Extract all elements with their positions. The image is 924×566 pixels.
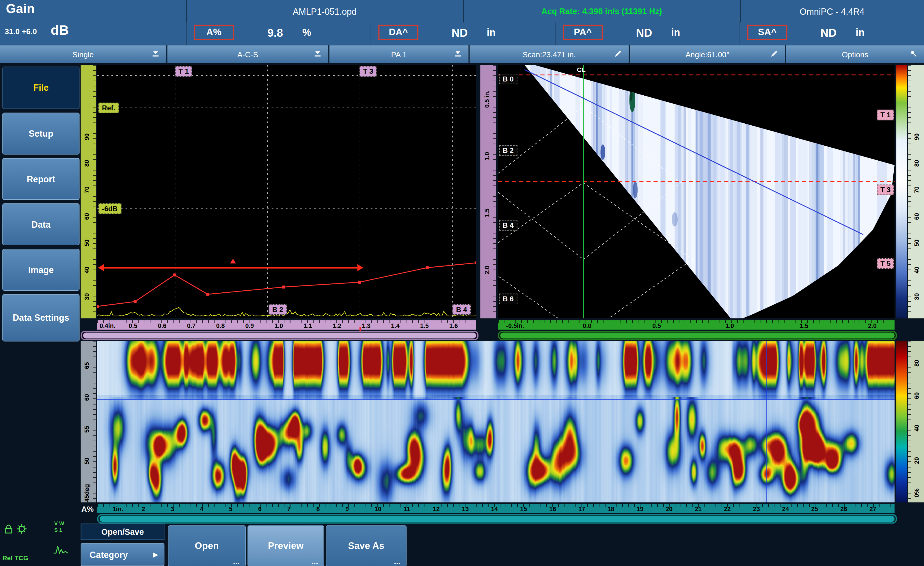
ruler-label: 0.8	[216, 322, 225, 329]
toolbar-item-single[interactable]: Single	[0, 45, 166, 63]
ascan-amplitude-ruler: 9080706050403020100%	[81, 65, 96, 318]
sidebar-item-data[interactable]: Data	[2, 203, 80, 245]
toolbar-item-a-c-s[interactable]: A-C-S	[168, 45, 328, 63]
cscan-view[interactable]	[97, 341, 894, 503]
reading-code-box[interactable]: SA^	[747, 25, 788, 40]
ruler-label: 40	[913, 266, 920, 273]
ruler-label: 0.4in.	[100, 322, 116, 329]
ascan-plot-svg	[97, 65, 476, 318]
ruler-label: 2.0	[868, 322, 877, 329]
sscan-depth-ruler: 0.5 in.1.01.52.0	[480, 65, 496, 318]
ruler-label: 60	[913, 392, 920, 399]
ruler-label: 0%	[913, 489, 920, 498]
ruler-label: 0.6	[158, 322, 166, 329]
reading-cell-PA: PA^NDin	[555, 23, 740, 45]
dropdown-icon	[314, 50, 321, 59]
status-vw-label: V W	[54, 521, 64, 527]
sscan-thickness-tag-t5: T 5	[877, 258, 894, 269]
header-bar: Gain 31.0 +6.0 dB AMLP1-051.opd Acq Rate…	[0, 0, 924, 45]
ruler-label: 1.3	[362, 322, 370, 329]
reading-value: ND	[618, 27, 671, 39]
ruler-label: 90	[83, 134, 90, 140]
ascan-view[interactable]	[97, 65, 476, 318]
ruler-label: 70	[913, 187, 920, 194]
omniscan-app: Gain 31.0 +6.0 dB AMLP1-051.opd Acq Rate…	[0, 0, 924, 566]
ruler-label: 40	[83, 266, 90, 273]
ruler-label: 0.5	[652, 322, 661, 329]
toolbar-item-options[interactable]: Options	[786, 45, 924, 63]
app-title: OmniPC - 4.4R4	[740, 0, 924, 23]
ruler-label: 15	[520, 505, 527, 512]
cscan-scrollbar[interactable]	[97, 514, 897, 524]
gain-block[interactable]: Gain 31.0 +6.0 dB	[0, 0, 187, 45]
ruler-label: 60	[913, 213, 920, 220]
ruler-label: 12	[433, 505, 440, 512]
ruler-label: 10	[375, 505, 381, 512]
ruler-label: 16	[549, 505, 556, 512]
ruler-label: 4	[200, 505, 203, 512]
menu-button-dots: ...	[233, 557, 240, 566]
ruler-label: 50	[83, 458, 90, 465]
sscan-plot-svg	[498, 65, 894, 318]
sidebar-item-data-settings[interactable]: Data Settings	[2, 294, 80, 341]
ruler-label: 40	[913, 425, 920, 432]
gain-unit: dB	[51, 23, 69, 38]
toolbar-item-label: PA 1	[391, 50, 407, 59]
reading-cell-SA: SA^NDin	[740, 23, 924, 45]
category-label: Category	[90, 549, 128, 560]
cscan-corner-label: A%	[81, 505, 94, 514]
reading-code-box[interactable]: DA^	[378, 25, 418, 40]
sscan-gate-tag-b0: B 0	[499, 74, 518, 84]
ruler-label: 9	[345, 505, 349, 512]
sidebar-item-image[interactable]: Image	[2, 249, 80, 291]
ruler-label: 7	[287, 505, 291, 512]
reading-code-box[interactable]: PA^	[563, 25, 603, 40]
ruler-label: 45deg	[83, 484, 90, 502]
gear-icon	[16, 524, 27, 534]
ruler-label: 19	[636, 505, 644, 512]
toolbar-item-scan-23-471-in-[interactable]: Scan:23.471 in.	[470, 45, 629, 63]
acq-rate-text: Acq Rate: 4.398 in/s (11391 Hz)	[542, 6, 662, 16]
ruler-label: 0.0	[583, 322, 591, 329]
ruler-label: 27	[869, 505, 876, 512]
ruler-label: 1.6	[449, 322, 458, 329]
ruler-label: 11	[404, 505, 410, 512]
category-arrow-icon: ▶	[153, 551, 158, 558]
pencil-icon	[771, 50, 778, 59]
ascan-ref-tag: Ref.	[99, 102, 119, 113]
sidebar-item-report[interactable]: Report	[2, 158, 80, 200]
preview-button[interactable]: Preview...	[248, 525, 324, 566]
toolbar-item-label: A-C-S	[237, 50, 258, 59]
open-button[interactable]: Open...	[168, 525, 246, 566]
ruler-label: 1.0	[483, 152, 490, 160]
ruler-label: 1.5	[420, 322, 429, 329]
dropdown-icon	[454, 50, 461, 59]
menu-button-label: Open	[195, 540, 219, 551]
sscan-gate-tag-b6: B 6	[499, 294, 518, 304]
sscan-cl-label: CL	[577, 66, 586, 73]
save-as-button[interactable]: Save As...	[326, 525, 407, 566]
reading-code-box[interactable]: A%	[194, 25, 234, 40]
sscan-thickness-tag-t1: T 1	[877, 110, 894, 120]
sscan-view[interactable]	[498, 65, 894, 318]
category-button[interactable]: Category ▶	[81, 543, 165, 566]
sidebar-item-file[interactable]: File	[2, 67, 80, 109]
toolbar-item-angle-61-00-[interactable]: Angle:61.00°	[630, 45, 785, 63]
toolbar-item-pa-1[interactable]: PA 1	[330, 45, 469, 63]
reading-unit: in	[671, 27, 680, 39]
sidebar-item-setup[interactable]: Setup	[2, 113, 80, 155]
status-icons: V W S 1 Ref TCG	[2, 521, 79, 566]
file-name: AMLP1-051.opd	[186, 0, 463, 23]
reading-cell-DA: DA^NDin	[371, 23, 556, 45]
ruler-label: 20	[666, 505, 672, 512]
waveform-icon	[53, 544, 68, 555]
ascan-b4-tag: B 4	[453, 304, 471, 315]
ruler-label: 1in.	[112, 505, 123, 512]
reading-unit: in	[856, 27, 864, 39]
ascan-scrollbar[interactable]	[81, 331, 479, 340]
ruler-label: 80	[913, 160, 920, 167]
sscan-scrollbar[interactable]	[498, 331, 897, 340]
gain-value: 31.0 +6.0	[4, 27, 37, 36]
ruler-label: 8	[316, 505, 320, 512]
ruler-label: 22	[724, 505, 731, 512]
